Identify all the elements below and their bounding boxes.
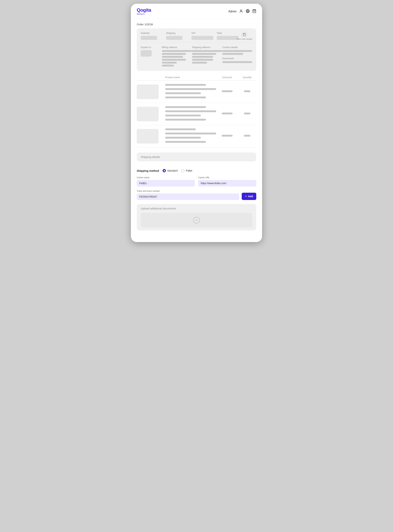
product-image-1 bbox=[137, 85, 162, 99]
carrier-name-input[interactable] bbox=[137, 180, 195, 187]
shipping-details-body: Shipping method Standard Pallet Carrier … bbox=[137, 166, 256, 200]
col-qty-label: Quantity bbox=[238, 76, 256, 79]
billing-line6 bbox=[162, 65, 174, 67]
contact-line1 bbox=[222, 50, 252, 52]
subtotal-col: Subtotal bbox=[141, 32, 166, 40]
subtotal-label: Subtotal bbox=[141, 32, 166, 34]
product-image-3 bbox=[137, 129, 162, 144]
expires-col: Expires in bbox=[141, 46, 162, 68]
summary-bottom: Expires in Billing address Shipping addr… bbox=[141, 46, 252, 68]
pallet-radio-label: Pallet bbox=[186, 169, 192, 172]
track-row: Track and trace number + Add bbox=[137, 190, 256, 200]
product-image-2 bbox=[137, 107, 162, 121]
shipping-method-label: Shipping method bbox=[137, 169, 159, 172]
svg-point-0 bbox=[241, 10, 242, 11]
track-input[interactable] bbox=[137, 193, 239, 200]
billing-col: Billing address bbox=[162, 46, 192, 68]
standard-radio-label: Standard bbox=[167, 169, 177, 172]
product-thumbnail-2 bbox=[137, 107, 159, 121]
view-order-icon bbox=[241, 32, 247, 38]
carrier-url-label: Carrier URL bbox=[198, 176, 256, 179]
product-lines-1 bbox=[162, 84, 216, 99]
shipping-addr-label: Shipping address bbox=[192, 46, 222, 49]
standard-radio-dot[interactable] bbox=[162, 169, 166, 172]
view-order-label: View order details bbox=[236, 38, 252, 40]
carrier-url-input[interactable] bbox=[198, 180, 256, 187]
billing-label: Billing address bbox=[162, 46, 192, 49]
billing-line5 bbox=[162, 62, 177, 63]
pallet-radio-dot[interactable] bbox=[181, 169, 184, 172]
carrier-name-group: Carrier name bbox=[137, 176, 195, 187]
col-product-label: Product name bbox=[162, 76, 216, 79]
standard-radio-option[interactable]: Standard bbox=[162, 169, 177, 172]
shipping-value bbox=[166, 36, 182, 40]
shipping-details-section: Shipping details bbox=[137, 152, 256, 161]
carrier-name-label: Carrier name bbox=[137, 176, 195, 179]
upload-plus-icon: + bbox=[193, 217, 200, 223]
pallet-radio-option[interactable]: Pallet bbox=[181, 169, 192, 172]
admin-label: Admin bbox=[228, 10, 237, 13]
add-plus-icon: + bbox=[245, 194, 247, 198]
billing-line3 bbox=[162, 56, 183, 58]
user-icon[interactable] bbox=[239, 9, 243, 14]
add-button[interactable]: + Add bbox=[242, 193, 256, 200]
page-content: Order 1OE3K Subtotal Shipping VAT Total bbox=[131, 18, 262, 242]
shipping-addr-col: Shipping address bbox=[192, 46, 222, 68]
vat-value bbox=[192, 36, 213, 40]
product-thumbnail-3 bbox=[137, 129, 159, 144]
upload-area[interactable]: + bbox=[141, 213, 252, 227]
product-table: Product name Unit price Quantity bbox=[137, 76, 256, 147]
vat-label: VAT bbox=[192, 32, 217, 34]
col-price-label: Unit price bbox=[216, 76, 238, 79]
summary-top: Subtotal Shipping VAT Total bbox=[141, 32, 252, 43]
table-row bbox=[137, 103, 256, 125]
bag-icon[interactable] bbox=[252, 9, 256, 14]
track-group: Track and trace number bbox=[137, 190, 239, 200]
table-row bbox=[137, 81, 256, 103]
product-lines-2 bbox=[162, 106, 216, 122]
header: Qogita Sellers Admin bbox=[131, 4, 262, 18]
shipping-label: Shipping bbox=[166, 32, 192, 34]
shipping-addr-line3 bbox=[192, 56, 213, 58]
vat-col: VAT bbox=[192, 32, 217, 40]
product-price-1 bbox=[216, 90, 238, 93]
globe-icon[interactable] bbox=[246, 9, 250, 14]
summary-card: Subtotal Shipping VAT Total bbox=[137, 29, 256, 71]
product-lines-3 bbox=[162, 128, 216, 144]
downloads-line1 bbox=[222, 61, 252, 63]
header-right: Admin bbox=[228, 9, 256, 14]
contact-col: Contact details Downloads bbox=[222, 46, 252, 68]
shipping-addr-line5 bbox=[192, 62, 207, 63]
expires-label: Expires in bbox=[141, 46, 162, 49]
shipping-col: Shipping bbox=[166, 32, 192, 40]
carrier-form-row: Carrier name Carrier URL bbox=[137, 176, 256, 187]
shipping-addr-line2 bbox=[192, 53, 216, 55]
billing-line1 bbox=[162, 50, 192, 52]
total-col: Total View order details bbox=[217, 32, 252, 40]
add-btn-label: Add bbox=[248, 195, 253, 198]
shipping-method-row: Shipping method Standard Pallet bbox=[137, 169, 256, 172]
view-order-button[interactable]: View order details bbox=[236, 32, 252, 40]
product-thumbnail-1 bbox=[137, 85, 159, 99]
subtotal-value bbox=[141, 36, 157, 40]
logo-sub: Sellers bbox=[137, 13, 151, 15]
contact-line2 bbox=[222, 53, 243, 55]
total-value bbox=[217, 36, 239, 40]
upload-section: Upload additional documents + bbox=[137, 204, 256, 230]
carrier-url-group: Carrier URL bbox=[198, 176, 256, 187]
track-label: Track and trace number bbox=[137, 190, 239, 192]
logo: Qogita Sellers bbox=[137, 8, 151, 15]
billing-line2 bbox=[162, 53, 186, 55]
product-price-2 bbox=[216, 112, 238, 116]
billing-line4 bbox=[162, 59, 186, 61]
shipping-addr-line1 bbox=[192, 50, 222, 52]
table-row bbox=[137, 125, 256, 147]
logo-text: Qogita bbox=[137, 8, 151, 12]
contact-label: Contact details bbox=[222, 46, 252, 49]
product-qty-1 bbox=[238, 90, 256, 93]
shipping-addr-line4 bbox=[192, 59, 213, 61]
order-title: Order 1OE3K bbox=[137, 23, 256, 26]
shipping-details-title: Shipping details bbox=[141, 155, 252, 159]
upload-title: Upload additional documents bbox=[141, 207, 252, 210]
product-qty-2 bbox=[238, 112, 256, 116]
